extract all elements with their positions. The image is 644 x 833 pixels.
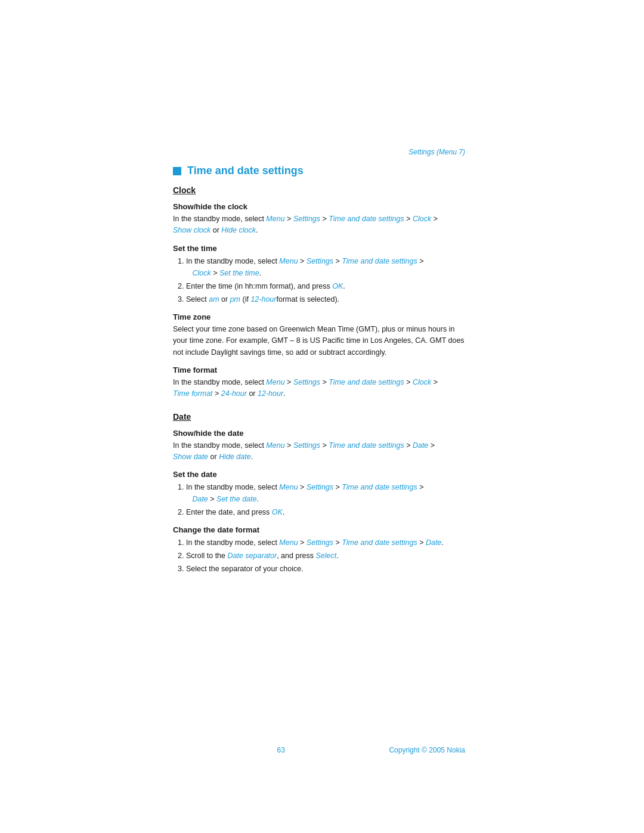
shd-before: In the standby mode, select — [173, 441, 266, 450]
sd1-before: In the standby mode, select — [186, 483, 279, 491]
st3-after: format is selected). — [276, 295, 339, 304]
time-zone-heading: Time zone — [173, 312, 465, 321]
st3-mid: (if — [240, 295, 250, 304]
sd1-date: Date — [192, 495, 208, 503]
st1-clock: Clock — [192, 269, 210, 277]
cdf1-timedate: Time and date settings — [342, 538, 417, 547]
st1-gt1: > — [298, 257, 306, 265]
cdf-step2: Scroll to the Date separator, and press … — [186, 550, 465, 562]
st3-before: Select — [186, 295, 209, 304]
tf-before: In the standby mode, select — [173, 378, 266, 386]
cdf1-date: Date — [426, 538, 441, 547]
sd2-before: Enter the date, and press — [186, 508, 272, 516]
shc-or: or — [210, 226, 221, 234]
shc-gt1: > — [285, 215, 293, 223]
time-format-text: In the standby mode, select Menu > Setti… — [173, 377, 465, 400]
st3-pm: pm — [230, 295, 240, 304]
shc-clock-link: Clock — [413, 215, 431, 223]
tf-gt2: > — [320, 378, 329, 386]
shc-showclock-link: Show clock — [173, 226, 210, 234]
st1-before: In the standby mode, select — [186, 257, 279, 265]
set-time-heading: Set the time — [173, 244, 465, 253]
change-date-format-list: In the standby mode, select Menu > Setti… — [173, 537, 465, 575]
change-date-format-heading: Change the date format — [173, 525, 465, 534]
tf-timedate: Time and date settings — [329, 378, 404, 386]
settings-menu-ref-text: Settings (Menu 7) — [408, 148, 465, 156]
set-time-step3: Select am or pm (if 12-hourformat is sel… — [186, 293, 465, 305]
shc-gt3: > — [404, 215, 413, 223]
cdf1-period: . — [441, 538, 443, 547]
show-hide-date-heading: Show/hide the date — [173, 429, 465, 438]
shd-hidedate: Hide date — [219, 453, 251, 461]
content-area: Settings (Menu 7) Time and date settings… — [173, 148, 465, 577]
cdf1-menu: Menu — [279, 538, 298, 547]
show-hide-date-text: In the standby mode, select Menu > Setti… — [173, 440, 465, 463]
shd-showdate: Show date — [173, 453, 208, 461]
cdf2-mid: , and press — [277, 552, 315, 560]
tf-period: . — [283, 389, 285, 398]
st1-gt2: > — [333, 257, 342, 265]
shd-gt1: > — [285, 441, 293, 450]
shc-timedate-link: Time and date settings — [329, 215, 404, 223]
cdf1-gt3: > — [417, 538, 426, 547]
shc-hideclock-link: Hide clock — [221, 226, 256, 234]
main-section-title-text: Time and date settings — [187, 165, 304, 177]
shc-gt2: > — [320, 215, 329, 223]
shd-date: Date — [413, 441, 428, 450]
cdf2-datesep: Date separator — [227, 552, 277, 560]
main-section-title: Time and date settings — [173, 165, 465, 177]
clock-subsection-title: Clock — [173, 185, 465, 195]
tf-gt1: > — [285, 378, 293, 386]
st1-settime: Set the time — [219, 269, 259, 277]
st2-text: Enter the time (in hh:mm format), and pr… — [186, 282, 332, 290]
tf-24h: 24-hour — [221, 389, 247, 398]
st1-timedate: Time and date settings — [342, 257, 417, 265]
set-time-step1: In the standby mode, select Menu > Setti… — [186, 255, 465, 279]
cdf2-before: Scroll to the — [186, 552, 227, 560]
st3-12h: 12-hour — [250, 295, 276, 304]
page: Settings (Menu 7) Time and date settings… — [0, 0, 644, 833]
set-time-list: In the standby mode, select Menu > Setti… — [173, 255, 465, 305]
show-hide-clock-text: In the standby mode, select Menu > Setti… — [173, 213, 465, 237]
st3-am: am — [209, 295, 219, 304]
set-date-step1: In the standby mode, select Menu > Setti… — [186, 481, 465, 505]
shd-settings: Settings — [293, 441, 320, 450]
date-subsection-title: Date — [173, 412, 465, 422]
st1-gt3: > — [417, 257, 424, 265]
time-zone-text: Select your time zone based on Greenwich… — [173, 324, 465, 358]
cdf1-settings: Settings — [306, 538, 333, 547]
st1-gt4: > — [211, 269, 219, 277]
tf-settings: Settings — [293, 378, 320, 386]
copyright-text: Copyright © 2005 Nokia — [389, 746, 465, 754]
shd-menu: Menu — [266, 441, 284, 450]
cdf1-before: In the standby mode, select — [186, 538, 279, 547]
cdf-step1: In the standby mode, select Menu > Setti… — [186, 537, 465, 549]
tf-or: or — [247, 389, 258, 398]
cdf2-period: . — [336, 552, 338, 560]
tf-gt4: > — [431, 378, 438, 386]
cdf-step3: Select the separator of your choice. — [186, 563, 465, 575]
tf-timeformat: Time format — [173, 389, 213, 398]
tf-clock: Clock — [413, 378, 431, 386]
tf-menu: Menu — [266, 378, 284, 386]
shd-or: or — [208, 453, 219, 461]
shc-menu-link: Menu — [266, 215, 284, 223]
date-section: Date Show/hide the date In the standby m… — [173, 412, 465, 575]
cdf1-gt1: > — [298, 538, 306, 547]
sd1-gt2: > — [333, 483, 342, 491]
sd2-period: . — [283, 508, 284, 516]
sd1-gt3: > — [417, 483, 424, 491]
st2-period: . — [343, 282, 345, 290]
shd-period: . — [251, 453, 253, 461]
tf-12h: 12-hour — [258, 389, 283, 398]
shd-gt2: > — [320, 441, 329, 450]
shc-settings-link: Settings — [293, 215, 320, 223]
shc-text1: In the standby mode, select — [173, 215, 266, 223]
sd1-setdate: Set the date — [216, 495, 256, 503]
section-square-icon — [173, 167, 181, 175]
set-date-step2: Enter the date, and press OK. — [186, 506, 465, 518]
sd1-timedate: Time and date settings — [342, 483, 417, 491]
sd1-menu: Menu — [279, 483, 298, 491]
cdf2-select: Select — [316, 552, 337, 560]
time-format-heading: Time format — [173, 366, 465, 374]
